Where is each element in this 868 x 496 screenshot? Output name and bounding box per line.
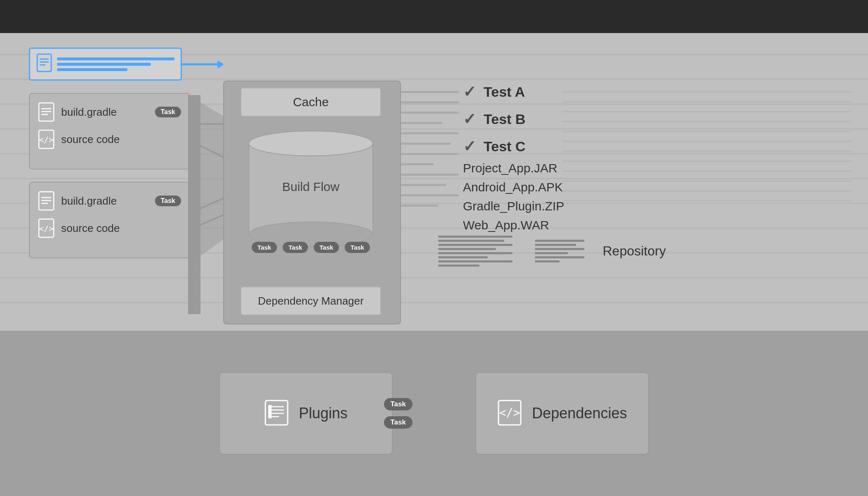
ext-line-9 xyxy=(562,170,851,172)
repository-section: Repository xyxy=(438,236,666,267)
task-badge-2: Task xyxy=(283,242,308,253)
module-1-source-item: </> source code xyxy=(38,129,181,149)
ext-line-2 xyxy=(562,101,851,103)
repo-line-4 xyxy=(438,248,496,250)
module-2-gradle-label: build.gradle xyxy=(61,195,117,207)
project-file-lines xyxy=(57,57,174,71)
cache-box: Cache xyxy=(241,88,381,117)
module-2-gradle-item: build.gradle Task xyxy=(38,191,181,211)
out-line-4 xyxy=(401,122,442,124)
svg-rect-33 xyxy=(268,405,272,408)
check-a-icon: ✓ xyxy=(463,83,476,101)
svg-rect-35 xyxy=(268,412,272,415)
svg-rect-36 xyxy=(268,415,272,418)
ext-line-3 xyxy=(562,111,851,112)
blue-arrow-head xyxy=(217,60,224,69)
repo-line-1 xyxy=(438,236,513,238)
plugins-card: Plugins Task Task xyxy=(219,372,393,455)
repo-line-6 xyxy=(438,256,488,258)
module-1-gradle-item: build.gradle Task xyxy=(38,102,181,122)
out-line-5 xyxy=(401,132,459,134)
plugins-label: Plugins xyxy=(299,405,348,422)
output-files-section: Project_App.JAR Android_App.APK Gradle_P… xyxy=(463,161,564,232)
ext-line-1 xyxy=(562,91,851,93)
ext-line-6 xyxy=(562,141,851,142)
svg-text:Build Flow: Build Flow xyxy=(282,180,340,193)
test-a-item: ✓ Test A xyxy=(463,83,525,101)
ext-line-8 xyxy=(562,160,851,162)
dependencies-card: </> Dependencies xyxy=(475,372,649,455)
module-2-task-badge: Task xyxy=(155,196,181,206)
module-1-task-badge: Task xyxy=(155,107,181,117)
ext-line-11 xyxy=(562,190,851,192)
dependency-manager-box: Dependency Manager xyxy=(241,286,381,315)
out-line-6 xyxy=(401,143,451,145)
gradle-file-icon-1 xyxy=(38,102,55,122)
svg-text:</>: </> xyxy=(39,224,54,234)
top-bar xyxy=(0,0,868,33)
gradle-central-box: Cache Build Flow Task Task xyxy=(223,81,401,324)
output-lines-group xyxy=(401,91,459,207)
svg-point-23 xyxy=(249,131,373,156)
project-file-icon xyxy=(36,53,52,75)
dependencies-label: Dependencies xyxy=(532,405,627,422)
out-line-9 xyxy=(401,174,459,176)
file-line-1 xyxy=(57,57,174,60)
test-results-section: ✓ Test A ✓ Test B ✓ Test C xyxy=(463,83,525,155)
task-badge-3: Task xyxy=(314,242,339,253)
build-flow-container: Build Flow Task Task Task Task xyxy=(236,127,385,263)
file-line-2 xyxy=(57,63,151,66)
plugins-task-2: Task xyxy=(384,416,413,429)
out-line-11 xyxy=(401,194,459,196)
cache-label: Cache xyxy=(293,95,329,109)
main-diagram-area: build.gradle Task </> source code build.… xyxy=(0,33,868,331)
test-b-label: Test B xyxy=(484,111,525,127)
out-line-2 xyxy=(401,101,459,103)
stripe-11 xyxy=(0,302,868,303)
repo-r-line-6 xyxy=(535,260,560,262)
repo-line-5 xyxy=(438,252,513,254)
build-flow-tasks: Task Task Task Task xyxy=(236,242,385,253)
repo-right-lines xyxy=(535,240,584,262)
output-file-2: Android_App.APK xyxy=(463,180,564,194)
output-file-1: Project_App.JAR xyxy=(463,161,564,175)
module-1-source-label: source code xyxy=(61,133,120,146)
task-badge-4: Task xyxy=(345,242,370,253)
repo-line-2 xyxy=(438,240,504,242)
gradle-file-icon-2 xyxy=(38,191,55,211)
task-badge-1: Task xyxy=(252,242,277,253)
check-c-icon: ✓ xyxy=(463,137,476,155)
module-box-2: build.gradle Task </> source code xyxy=(29,182,190,258)
repo-r-line-5 xyxy=(535,256,584,258)
repo-line-3 xyxy=(438,244,513,246)
svg-rect-34 xyxy=(268,408,272,412)
module-1-gradle-label: build.gradle xyxy=(61,106,117,119)
source-icon-1: </> xyxy=(38,129,55,149)
blue-connector-arrow xyxy=(182,63,219,65)
svg-text:</>: </> xyxy=(499,406,520,420)
module-box-1: build.gradle Task </> source code xyxy=(29,93,190,169)
out-line-1 xyxy=(401,91,459,93)
plugins-task-1: Task xyxy=(384,398,413,410)
test-c-label: Test C xyxy=(484,138,525,155)
out-line-12 xyxy=(401,205,438,207)
source-icon-2: </> xyxy=(38,218,55,238)
repo-r-line-1 xyxy=(535,240,584,242)
out-line-8 xyxy=(401,163,434,165)
module-2-source-label: source code xyxy=(61,222,120,235)
ext-line-5 xyxy=(562,131,851,132)
file-line-3 xyxy=(57,68,127,71)
ext-line-7 xyxy=(562,150,851,152)
ext-line-4 xyxy=(562,121,851,122)
project-file-card xyxy=(29,48,182,81)
build-flow-cylinder-svg: Build Flow xyxy=(236,127,385,251)
dependencies-icon: </> xyxy=(497,399,522,428)
svg-text:</>: </> xyxy=(39,135,54,145)
plugins-icon xyxy=(264,399,289,428)
check-b-icon: ✓ xyxy=(463,110,476,128)
repo-icon xyxy=(438,236,513,267)
output-file-3: Gradle_Plugin.ZIP xyxy=(463,199,564,213)
out-line-3 xyxy=(401,112,459,114)
repo-line-7 xyxy=(438,260,513,262)
test-b-item: ✓ Test B xyxy=(463,110,525,128)
